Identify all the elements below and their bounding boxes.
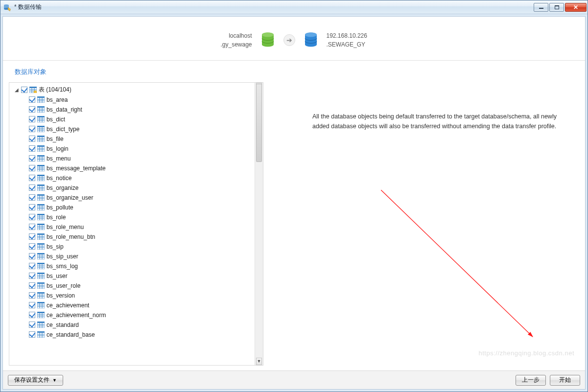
table-name: bs_sip: [47, 243, 64, 250]
table-icon: [37, 263, 45, 269]
table-row[interactable]: bs_area: [29, 95, 255, 104]
table-row[interactable]: bs_version: [29, 291, 255, 300]
database-blue-icon: [304, 32, 318, 48]
scroll-down-icon[interactable]: ▼: [256, 358, 262, 365]
table-row[interactable]: bs_message_template: [29, 163, 255, 173]
source-db: .gy_sewage: [193, 40, 252, 49]
table-name: bs_role_menu_btn: [47, 233, 95, 240]
table-name: bs_version: [47, 292, 75, 299]
table-icon: [37, 126, 45, 132]
table-row[interactable]: bs_dict_type: [29, 124, 255, 134]
item-checkbox[interactable]: [29, 106, 35, 113]
item-checkbox[interactable]: [29, 175, 35, 181]
item-checkbox[interactable]: [29, 263, 35, 269]
item-checkbox[interactable]: [29, 233, 35, 240]
tree-scroll[interactable]: ◢: [9, 83, 255, 365]
item-checkbox[interactable]: [29, 224, 35, 230]
table-row[interactable]: bs_role_menu_btn: [29, 232, 255, 241]
arrow-right-icon: ➔: [283, 34, 295, 46]
item-checkbox[interactable]: [29, 194, 35, 201]
titlebar: * 数据传输 ✕: [0, 0, 588, 14]
table-row[interactable]: bs_pollute: [29, 203, 255, 212]
svg-rect-73: [37, 184, 45, 186]
svg-rect-97: [37, 224, 45, 225]
item-checkbox[interactable]: [29, 136, 35, 142]
table-row[interactable]: bs_dict: [29, 115, 255, 124]
item-checkbox[interactable]: [29, 253, 35, 259]
item-checkbox[interactable]: [29, 331, 35, 338]
item-checkbox[interactable]: [29, 96, 35, 103]
item-checkbox[interactable]: [29, 312, 35, 318]
table-name: bs_menu: [47, 155, 71, 162]
item-checkbox[interactable]: [29, 126, 35, 132]
table-row[interactable]: bs_sip_user: [29, 252, 255, 261]
tree-root[interactable]: ◢: [14, 86, 255, 94]
table-row[interactable]: bs_menu: [29, 154, 255, 163]
table-row[interactable]: bs_user: [29, 271, 255, 280]
scroll-thumb[interactable]: [256, 84, 262, 162]
main-row: ◢: [3, 79, 585, 370]
info-text: All the database objects being default t…: [312, 112, 570, 131]
item-checkbox[interactable]: [29, 273, 35, 279]
table-icon: [37, 214, 45, 220]
table-row[interactable]: bs_role_menu: [29, 222, 255, 231]
table-name: ce_standard_base: [47, 331, 95, 338]
item-checkbox[interactable]: [29, 214, 35, 220]
tree-collapse-icon[interactable]: ◢: [14, 87, 19, 92]
table-name: bs_user: [47, 273, 68, 279]
table-row[interactable]: ce_achievement_norm: [29, 310, 255, 320]
item-checkbox[interactable]: [29, 155, 35, 161]
table-name: bs_organize_user: [47, 194, 93, 201]
table-icon: [37, 145, 45, 152]
root-checkbox[interactable]: [21, 87, 27, 93]
item-checkbox[interactable]: [29, 322, 35, 328]
start-button[interactable]: 开始: [550, 375, 580, 386]
object-tree-pane: ◢: [9, 82, 263, 366]
svg-rect-43: [37, 136, 45, 137]
svg-rect-25: [37, 106, 45, 108]
table-name: bs_dict: [47, 116, 65, 123]
table-row[interactable]: bs_sms_log: [29, 261, 255, 271]
item-checkbox[interactable]: [29, 292, 35, 299]
item-checkbox[interactable]: [29, 282, 35, 289]
client-area: localhost .gy_sewage ➔: [2, 16, 586, 390]
minimize-button[interactable]: [534, 3, 548, 12]
footer: 保存设置文件 ▼ 上一步 开始: [3, 370, 585, 389]
svg-point-5: [262, 42, 274, 46]
table-row[interactable]: bs_organize_user: [29, 193, 255, 202]
svg-rect-79: [37, 194, 45, 196]
svg-point-10: [305, 32, 317, 37]
table-row[interactable]: bs_role: [29, 212, 255, 222]
table-row[interactable]: bs_data_right: [29, 105, 255, 114]
table-name: bs_area: [47, 96, 68, 103]
table-row[interactable]: bs_notice: [29, 173, 255, 183]
scrollbar[interactable]: ▲ ▼: [255, 83, 263, 365]
table-row[interactable]: bs_user_role: [29, 281, 255, 290]
table-row[interactable]: bs_organize: [29, 183, 255, 192]
close-button[interactable]: ✕: [565, 3, 587, 12]
annotation-arrow: [381, 190, 542, 346]
item-checkbox[interactable]: [29, 302, 35, 308]
item-checkbox[interactable]: [29, 204, 35, 210]
save-profile-button[interactable]: 保存设置文件 ▼: [8, 375, 63, 386]
item-checkbox[interactable]: [29, 243, 35, 250]
table-icon: [37, 243, 45, 250]
table-row[interactable]: bs_file: [29, 134, 255, 143]
table-row[interactable]: bs_sip: [29, 242, 255, 251]
source-host: localhost: [193, 31, 252, 40]
item-checkbox[interactable]: [29, 165, 35, 171]
svg-rect-151: [37, 312, 45, 313]
table-name: bs_notice: [47, 175, 71, 182]
table-row[interactable]: ce_standard: [29, 320, 255, 329]
maximize-button[interactable]: [549, 3, 564, 12]
svg-rect-115: [37, 253, 45, 254]
item-checkbox[interactable]: [29, 145, 35, 152]
prev-button[interactable]: 上一步: [516, 375, 546, 386]
svg-point-6: [262, 32, 274, 37]
table-row[interactable]: ce_standard_base: [29, 330, 255, 339]
item-checkbox[interactable]: [29, 184, 35, 191]
table-row[interactable]: ce_achievement: [29, 300, 255, 310]
item-checkbox[interactable]: [29, 116, 35, 122]
table-row[interactable]: bs_login: [29, 144, 255, 153]
svg-rect-37: [37, 126, 45, 127]
